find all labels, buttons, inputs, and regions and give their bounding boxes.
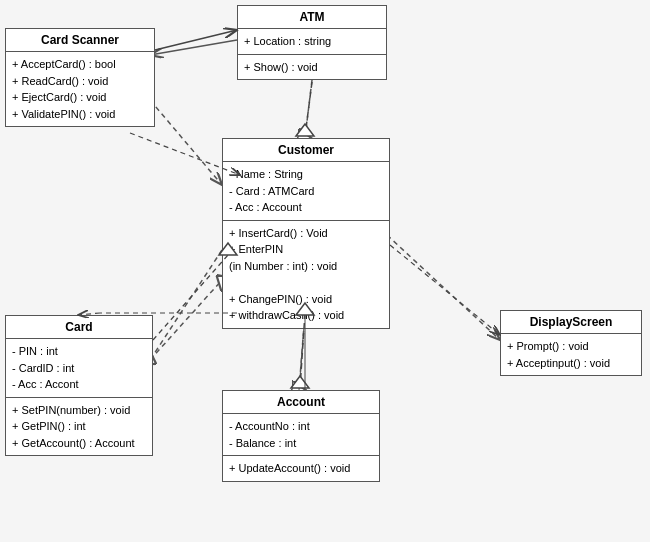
svg-line-3 [150, 250, 222, 360]
svg-line-14 [305, 82, 312, 136]
customer-attributes: - Name : String - Card : ATMCard - Acc :… [223, 162, 389, 221]
svg-line-6 [150, 280, 222, 360]
account-header: Account [223, 391, 379, 414]
atm-header: ATM [238, 6, 386, 29]
cardscanner-class: Card Scanner + AcceptCard() : bool + Rea… [5, 28, 155, 127]
card-attributes: - PIN : int - CardID : int - Acc : Accon… [6, 339, 152, 398]
svg-line-22 [153, 255, 228, 340]
cardscanner-methods: + AcceptCard() : bool + ReadCard() : voi… [6, 52, 154, 126]
svg-line-13 [155, 30, 237, 50]
customer-class: Customer - Name : String - Card : ATMCar… [222, 138, 390, 329]
svg-line-2 [150, 100, 222, 185]
svg-line-5 [387, 235, 500, 340]
cardscanner-header: Card Scanner [6, 29, 154, 52]
card-header: Card [6, 316, 152, 339]
atm-methods: + Show() : void [238, 55, 386, 80]
displayscreen-methods: + Prompt() : void + Acceptinput() : void [501, 334, 641, 375]
account-methods: + UpdateAccount() : void [223, 456, 379, 481]
account-attributes: - AccountNo : int - Balance : int [223, 414, 379, 456]
svg-marker-15 [296, 124, 314, 136]
atm-class: ATM + Location : string + Show() : void [237, 5, 387, 80]
svg-line-21 [390, 245, 500, 335]
card-methods: + SetPIN(number) : void + GetPIN() : int… [6, 398, 152, 456]
customer-header: Customer [223, 139, 389, 162]
svg-marker-20 [291, 376, 309, 388]
customer-methods: + InsertCard() : Void + EnterPIN (in Num… [223, 221, 389, 328]
atm-attributes: + Location : string [238, 29, 386, 55]
svg-line-1 [305, 80, 312, 138]
diagram-container: ATM + Location : string + Show() : void … [0, 0, 650, 542]
displayscreen-header: DisplayScreen [501, 311, 641, 334]
account-class: Account - AccountNo : int - Balance : in… [222, 390, 380, 482]
card-class: Card - PIN : int - CardID : int - Acc : … [5, 315, 153, 456]
displayscreen-class: DisplayScreen + Prompt() : void + Accept… [500, 310, 642, 376]
svg-line-0 [150, 40, 237, 55]
